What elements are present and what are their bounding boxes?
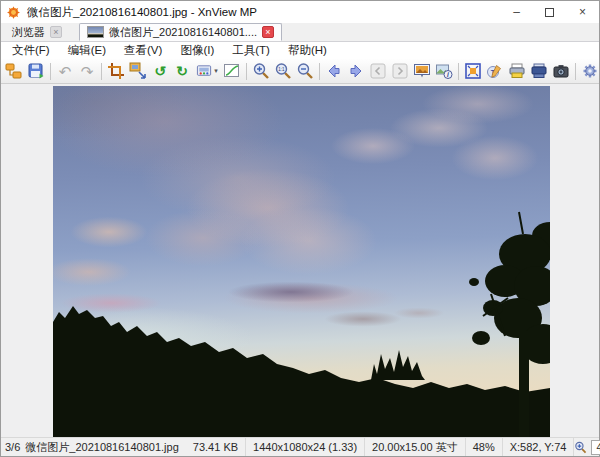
- fullscreen-icon: [464, 62, 482, 80]
- menu-tools[interactable]: 工具(T): [223, 43, 279, 58]
- status-bar: 3/6 微信图片_20210816140801.jpg 73.41 KB 144…: [1, 437, 599, 456]
- zoom-in-button[interactable]: [250, 60, 272, 82]
- xnview-logo-icon: [6, 5, 21, 20]
- toolbar-separator: [246, 63, 247, 80]
- zoom-in-icon[interactable]: [574, 441, 587, 454]
- first-image-button[interactable]: [367, 60, 389, 82]
- next-image-button[interactable]: [345, 60, 367, 82]
- adjust-colors-icon: [196, 63, 213, 80]
- toolbar-separator: [101, 63, 102, 80]
- info-icon: i: [435, 62, 453, 80]
- adjust-colors-button[interactable]: ▾: [193, 60, 221, 82]
- status-zoom-percent: 48%: [466, 438, 503, 456]
- tab-browser-close-icon[interactable]: ×: [50, 26, 62, 38]
- tab-bar: 浏览器 × 微信图片_20210816140801.... ×: [1, 23, 599, 42]
- tab-image-close-icon[interactable]: ×: [262, 26, 274, 38]
- tab-image-thumbnail: [87, 26, 104, 38]
- status-filesize: 73.41 KB: [186, 438, 246, 456]
- undo-icon: ↶: [59, 64, 72, 79]
- maximize-icon: [545, 8, 554, 17]
- slideshow-icon: [413, 62, 431, 80]
- curves-button[interactable]: [221, 60, 243, 82]
- tab-browser[interactable]: 浏览器 ×: [5, 23, 69, 41]
- zoom-original-button[interactable]: 1:1: [272, 60, 294, 82]
- photo-view[interactable]: [53, 86, 550, 437]
- toolbar-separator: [50, 63, 51, 80]
- browser-button[interactable]: [3, 60, 25, 82]
- image-filename: 微信图片_20210816140801.jpg: [25, 440, 179, 455]
- image-position: 3/6: [5, 441, 20, 453]
- save-button[interactable]: [25, 60, 47, 82]
- info-button[interactable]: i: [433, 60, 455, 82]
- window-title: 微信图片_20210816140801.jpg - XnView MP: [27, 5, 500, 20]
- tab-image-label: 微信图片_20210816140801....: [109, 25, 257, 40]
- curves-icon: [223, 62, 241, 80]
- main-toolbar: ↶ ↷ ↺ ↻ ▾: [1, 59, 599, 84]
- print-button[interactable]: [506, 60, 528, 82]
- last-image-button[interactable]: [389, 60, 411, 82]
- close-button[interactable]: ×: [566, 1, 599, 23]
- toolbar-separator: [575, 63, 576, 80]
- crop-button[interactable]: [105, 60, 127, 82]
- svg-text:i: i: [447, 71, 449, 78]
- pencil-icon: T: [486, 62, 504, 80]
- previous-image-button[interactable]: [323, 60, 345, 82]
- redo-button[interactable]: ↷: [76, 60, 98, 82]
- zoom-in-icon: [252, 62, 270, 80]
- maximize-button[interactable]: [533, 1, 566, 23]
- camera-icon: [552, 62, 570, 80]
- chevron-down-icon[interactable]: ▾: [214, 67, 218, 75]
- menu-help[interactable]: 帮助(H): [279, 43, 336, 58]
- rotate-left-icon: ↺: [154, 64, 166, 78]
- status-position-filename: 3/6 微信图片_20210816140801.jpg: [0, 438, 186, 456]
- browser-icon: [5, 62, 23, 80]
- settings-button[interactable]: [579, 60, 600, 82]
- scanner-icon: [530, 62, 548, 80]
- save-icon: [27, 62, 45, 80]
- arrow-left-boxed-icon: [369, 62, 387, 80]
- toolbar-separator: [319, 63, 320, 80]
- status-dimensions: 1440x1080x24 (1.33): [246, 438, 365, 456]
- arrow-right-boxed-icon: [391, 62, 409, 80]
- status-cursor-position: X:582, Y:74: [503, 438, 575, 456]
- fullscreen-button[interactable]: [462, 60, 484, 82]
- resize-icon: [129, 62, 147, 80]
- menu-image[interactable]: 图像(I): [171, 43, 223, 58]
- svg-text:1:1: 1:1: [278, 67, 285, 72]
- title-bar: 微信图片_20210816140801.jpg - XnView MP – ×: [1, 1, 599, 23]
- status-zoom-controls: 48% ▴ ▾: [574, 440, 600, 455]
- zoom-spinbox-value: 48%: [592, 441, 600, 453]
- rotate-left-button[interactable]: ↺: [149, 60, 171, 82]
- arrow-right-icon: [347, 62, 365, 80]
- tree-silhouette: [53, 86, 550, 437]
- toolbar-separator: [458, 63, 459, 80]
- menu-view[interactable]: 查看(V): [115, 43, 171, 58]
- undo-button[interactable]: ↶: [54, 60, 76, 82]
- scanner-button[interactable]: [528, 60, 550, 82]
- redo-icon: ↷: [81, 64, 94, 79]
- zoom-out-button[interactable]: [294, 60, 316, 82]
- status-print-size: 20.00x15.00 英寸: [365, 438, 466, 456]
- tab-image[interactable]: 微信图片_20210816140801.... ×: [79, 23, 282, 41]
- zoom-out-icon: [296, 62, 314, 80]
- menu-file[interactable]: 文件(F): [3, 43, 59, 58]
- draw-text-button[interactable]: T: [484, 60, 506, 82]
- resize-button[interactable]: [127, 60, 149, 82]
- arrow-left-icon: [325, 62, 343, 80]
- xnview-window: 微信图片_20210816140801.jpg - XnView MP – × …: [0, 0, 600, 457]
- rotate-right-button[interactable]: ↻: [171, 60, 193, 82]
- crop-icon: [107, 62, 125, 80]
- menu-edit[interactable]: 编辑(E): [59, 43, 115, 58]
- rotate-right-icon: ↻: [176, 64, 188, 78]
- capture-button[interactable]: [550, 60, 572, 82]
- printer-icon: [508, 62, 526, 80]
- gear-icon: [581, 62, 599, 80]
- slideshow-button[interactable]: [411, 60, 433, 82]
- tab-browser-label: 浏览器: [12, 25, 45, 40]
- zoom-spinbox[interactable]: 48% ▴ ▾: [591, 440, 600, 455]
- image-canvas: [1, 84, 599, 437]
- zoom-one-to-one-icon: 1:1: [274, 62, 292, 80]
- menu-bar: 文件(F) 编辑(E) 查看(V) 图像(I) 工具(T) 帮助(H): [1, 42, 599, 59]
- minimize-button[interactable]: –: [500, 1, 533, 23]
